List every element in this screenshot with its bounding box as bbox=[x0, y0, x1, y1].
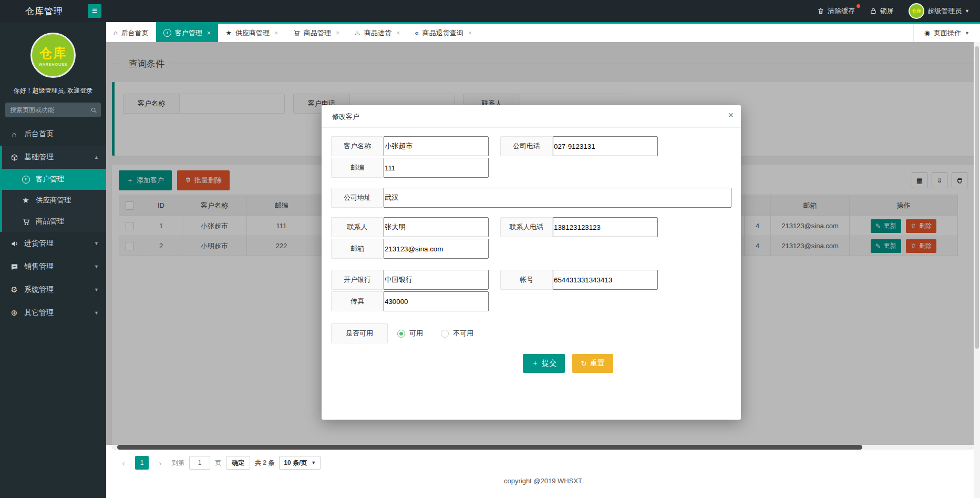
tab-product-mgmt[interactable]: 商品管理 × bbox=[286, 24, 347, 42]
tab-supplier-mgmt[interactable]: ★ 供应商管理 × bbox=[218, 24, 285, 42]
field-label: 公司电话 bbox=[500, 136, 553, 156]
double-left-arrow-icon: « bbox=[415, 29, 419, 37]
sidebar-item-other-mgmt[interactable]: ⊕ 其它管理 ▼ bbox=[0, 301, 106, 324]
notification-dot bbox=[857, 4, 860, 8]
chevron-down-icon: ▼ bbox=[94, 264, 99, 269]
radio-enabled-yes[interactable] bbox=[397, 330, 405, 338]
sidebar-item-label: 商品管理 bbox=[36, 217, 64, 226]
chevron-down-icon: ▼ bbox=[94, 241, 99, 246]
close-icon[interactable]: × bbox=[396, 29, 400, 37]
plus-icon: ＋ bbox=[531, 359, 539, 368]
chevron-up-icon: ▲ bbox=[94, 155, 99, 160]
modal-row-3: 公司地址 bbox=[331, 188, 731, 208]
submit-button[interactable]: ＋ 提交 bbox=[523, 354, 565, 373]
sidebar-item-home[interactable]: ⌂ 后台首页 bbox=[0, 123, 106, 146]
home-icon: ⌂ bbox=[8, 130, 20, 139]
tab-label: 客户管理 bbox=[175, 28, 202, 38]
app-title: 仓库管理 bbox=[25, 5, 63, 17]
contact-phone-input[interactable] bbox=[553, 217, 658, 237]
vertical-scrollbar-thumb[interactable] bbox=[975, 46, 979, 349]
search-input[interactable] bbox=[5, 103, 101, 117]
close-icon[interactable]: × bbox=[728, 110, 734, 120]
field-customer-name: 客户名称 bbox=[331, 136, 489, 156]
page-operations-dropdown[interactable]: ◉ 页面操作 ▼ bbox=[913, 24, 980, 42]
user-menu[interactable]: 仓库 超级管理员 ▼ bbox=[909, 3, 969, 19]
account-input[interactable] bbox=[553, 270, 658, 290]
fax-input[interactable] bbox=[384, 291, 489, 311]
star-icon: ★ bbox=[20, 196, 32, 205]
tab-home[interactable]: ⌂ 后台首页 bbox=[106, 22, 156, 42]
sidebar-item-system-mgmt[interactable]: ⚙ 系统管理 ▼ bbox=[0, 278, 106, 301]
field-label: 传真 bbox=[331, 291, 384, 311]
chevron-down-icon: ▼ bbox=[94, 310, 99, 316]
hamburger-menu-button[interactable]: ≡ bbox=[88, 4, 101, 18]
customer-name-input[interactable] bbox=[384, 136, 489, 156]
cart-icon bbox=[293, 29, 300, 36]
field-label: 开户银行 bbox=[331, 270, 384, 290]
prev-page-button[interactable]: ‹ bbox=[117, 456, 130, 470]
clear-cache-label: 清除缓存 bbox=[828, 6, 855, 16]
company-phone-input[interactable] bbox=[553, 136, 658, 156]
lock-screen-button[interactable]: 锁屏 bbox=[870, 6, 894, 16]
sidebar-menu: ⌂ 后台首页 基础管理 ▲ ‖ 客户管理 ★ bbox=[0, 123, 106, 324]
sidebar-item-label: 其它管理 bbox=[24, 308, 54, 318]
modal-row-2: 邮编 bbox=[331, 158, 731, 178]
goto-page-input[interactable] bbox=[189, 456, 210, 470]
modal-row-7: 传真 bbox=[331, 291, 731, 311]
contact-input[interactable] bbox=[384, 217, 489, 237]
reset-button[interactable]: ↻ 重置 bbox=[572, 354, 613, 373]
page-operations-label: 页面操作 bbox=[934, 28, 961, 38]
close-icon[interactable]: × bbox=[207, 29, 211, 37]
comment-icon bbox=[8, 263, 20, 271]
radio-label-yes: 可用 bbox=[409, 329, 423, 338]
modal-body: 客户名称 公司电话 邮编 公司地址 bbox=[322, 128, 741, 373]
tab-product-purchase[interactable]: ♨ 商品进货 × bbox=[347, 24, 407, 42]
address-input[interactable] bbox=[384, 188, 731, 208]
cart-icon bbox=[20, 218, 32, 226]
sidebar-item-product-mgmt[interactable]: 商品管理 bbox=[2, 211, 106, 232]
reset-label: 重置 bbox=[590, 359, 605, 368]
sidebar-item-purchase-mgmt[interactable]: 进货管理 ▼ bbox=[0, 232, 106, 255]
fire-icon: ♨ bbox=[354, 29, 360, 37]
trash-icon bbox=[817, 7, 824, 15]
field-contact-phone: 联系人电话 bbox=[500, 217, 658, 237]
top-header: 仓库管理 ≡ 清除缓存 锁屏 仓库 超级管理员 ▼ bbox=[0, 0, 980, 22]
tab-product-return-query[interactable]: « 商品退货查询 × bbox=[408, 24, 480, 42]
chevron-down-icon: ▼ bbox=[965, 31, 969, 36]
chevron-down-icon: ▼ bbox=[965, 8, 969, 14]
goto-confirm-button[interactable]: 确定 bbox=[226, 456, 250, 470]
sidebar-item-customer-mgmt[interactable]: ‖ 客户管理 bbox=[2, 169, 106, 190]
sidebar-item-basic-mgmt[interactable]: 基础管理 ▲ bbox=[2, 146, 106, 169]
tab-label: 后台首页 bbox=[121, 28, 149, 38]
radio-enabled-no[interactable] bbox=[441, 330, 449, 338]
modal-row-enabled: 是否可用 可用 不可用 bbox=[331, 323, 731, 343]
bottom-strip: ‹ 1 › 到第 页 确定 共 2 条 10 条/页 ▼ copyright @… bbox=[106, 445, 980, 498]
next-page-button[interactable]: › bbox=[153, 456, 167, 470]
sidebar-item-sales-mgmt[interactable]: 销售管理 ▼ bbox=[0, 255, 106, 278]
clear-cache-button[interactable]: 清除缓存 bbox=[817, 6, 855, 16]
page-number-button[interactable]: 1 bbox=[135, 456, 149, 470]
lock-icon bbox=[870, 7, 877, 15]
page-size-select[interactable]: 10 条/页 ▼ bbox=[279, 456, 321, 470]
close-icon[interactable]: × bbox=[274, 29, 278, 37]
field-label: 公司地址 bbox=[331, 188, 384, 208]
app-root: 仓库管理 ≡ 清除缓存 锁屏 仓库 超级管理员 ▼ bbox=[0, 0, 980, 498]
modal-row-4: 联系人 联系人电话 bbox=[331, 217, 731, 237]
tab-customer-mgmt[interactable]: ‖ 客户管理 × bbox=[156, 22, 219, 42]
field-label: 客户名称 bbox=[331, 136, 384, 156]
email-input[interactable] bbox=[384, 239, 489, 259]
copyright-footer: copyright @2019 WHSXT bbox=[106, 477, 980, 485]
close-icon[interactable]: × bbox=[468, 29, 472, 37]
pause-circle-icon: ‖ bbox=[20, 176, 32, 184]
field-label: 联系人电话 bbox=[500, 217, 553, 237]
welcome-text: 你好！超级管理员, 欢迎登录 bbox=[0, 86, 106, 95]
close-icon[interactable]: × bbox=[336, 29, 340, 37]
sidebar-item-supplier-mgmt[interactable]: ★ 供应商管理 bbox=[2, 190, 106, 211]
zip-input[interactable] bbox=[384, 158, 489, 178]
horizontal-scrollbar-thumb[interactable] bbox=[117, 445, 862, 450]
field-fax: 传真 bbox=[331, 291, 489, 311]
bank-input[interactable] bbox=[384, 270, 489, 290]
enabled-radio-group: 可用 不可用 bbox=[397, 323, 473, 343]
logo-circle: 仓库 WAREHOUSE bbox=[30, 33, 76, 78]
field-label: 邮编 bbox=[331, 158, 384, 178]
